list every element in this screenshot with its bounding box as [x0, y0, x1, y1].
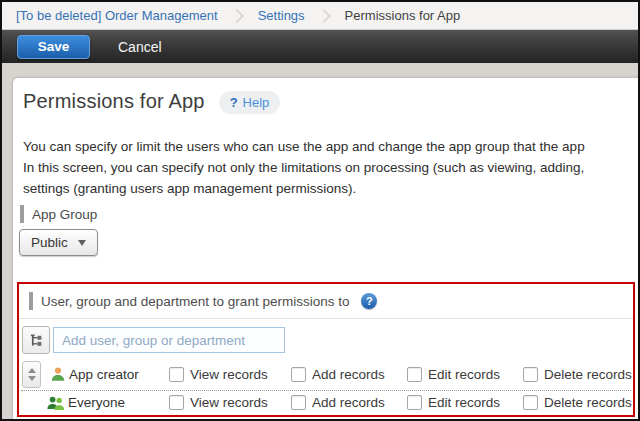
help-link[interactable]: ? Help	[219, 91, 281, 114]
app-group-selected-value: Public	[31, 235, 68, 250]
user-icon	[50, 366, 66, 382]
help-icon[interactable]: ?	[361, 293, 377, 309]
arrow-up-icon	[28, 368, 36, 373]
checkbox-box[interactable]	[407, 395, 422, 410]
app-group-label-text: App Group	[32, 207, 97, 222]
arrow-down-icon	[28, 376, 36, 381]
org-tree-icon	[29, 333, 44, 348]
title-row: Permissions for App ? Help	[23, 88, 280, 114]
checkbox-box[interactable]	[291, 367, 306, 382]
checkbox-add-records[interactable]: Add records	[291, 367, 385, 382]
add-entity-input[interactable]	[53, 327, 285, 353]
checkbox-label: Edit records	[428, 395, 500, 410]
breadcrumb-current: Permissions for App	[345, 8, 461, 23]
checkbox-label: View records	[190, 395, 268, 410]
checkbox-box[interactable]	[523, 395, 538, 410]
checkbox-edit-records[interactable]: Edit records	[407, 367, 500, 382]
checkbox-label: Delete records	[544, 367, 632, 382]
description-line: You can specify or limit the users who c…	[23, 136, 640, 157]
app-window: [To be deleted] Order Management Setting…	[0, 0, 640, 421]
help-label: Help	[243, 95, 270, 110]
entity-name: App creator	[69, 367, 139, 382]
checkbox-label: Add records	[312, 367, 385, 382]
chevron-down-icon	[78, 240, 86, 246]
checkbox-box[interactable]	[169, 395, 184, 410]
page-title: Permissions for App	[23, 90, 205, 113]
checkbox-view-records[interactable]: View records	[169, 367, 268, 382]
reorder-handle[interactable]	[22, 361, 41, 388]
question-mark-icon: ?	[230, 95, 238, 110]
breadcrumb-link-app[interactable]: [To be deleted] Order Management	[16, 8, 218, 23]
checkbox-label: Delete records	[544, 395, 632, 410]
permissions-section: User, group and department to grant perm…	[17, 282, 635, 417]
permissions-section-title: User, group and department to grant perm…	[41, 294, 349, 309]
permission-row-everyone: Everyone View records Add records Edit r…	[19, 391, 633, 414]
permission-row-app-creator: App creator View records Add records Edi…	[19, 359, 633, 389]
browse-organization-button[interactable]	[22, 326, 50, 354]
checkbox-view-records[interactable]: View records	[169, 395, 268, 410]
description-line: settings (granting users app management …	[23, 178, 640, 199]
entity-picker-row	[22, 326, 633, 354]
checkbox-label: View records	[190, 367, 268, 382]
checkbox-box[interactable]	[523, 367, 538, 382]
checkbox-box[interactable]	[291, 395, 306, 410]
action-toolbar: Save Cancel	[2, 30, 638, 63]
permissions-section-header: User, group and department to grant perm…	[19, 284, 633, 319]
checkbox-edit-records[interactable]: Edit records	[407, 395, 500, 410]
entity-name: Everyone	[68, 395, 125, 410]
checkbox-box[interactable]	[169, 367, 184, 382]
save-button[interactable]: Save	[17, 35, 90, 59]
checkbox-add-records[interactable]: Add records	[291, 395, 385, 410]
checkbox-delete-records[interactable]: Delete records	[523, 367, 632, 382]
chevron-right-icon	[230, 8, 244, 22]
group-icon	[47, 395, 65, 411]
section-bar	[20, 205, 24, 223]
checkbox-box[interactable]	[407, 367, 422, 382]
page-description: You can specify or limit the users who c…	[23, 136, 640, 199]
app-group-dropdown[interactable]: Public	[19, 229, 98, 256]
chevron-right-icon	[317, 8, 331, 22]
cancel-button[interactable]: Cancel	[118, 39, 162, 55]
description-line: In this screen, you can specify not only…	[23, 157, 640, 178]
checkbox-label: Add records	[312, 395, 385, 410]
breadcrumb-link-settings[interactable]: Settings	[258, 8, 305, 23]
app-group-label: App Group	[20, 205, 97, 223]
content-panel: Permissions for App ? Help You can speci…	[12, 77, 640, 421]
checkbox-label: Edit records	[428, 367, 500, 382]
breadcrumb: [To be deleted] Order Management Setting…	[2, 2, 638, 30]
checkbox-delete-records[interactable]: Delete records	[523, 395, 632, 410]
section-bar	[29, 292, 33, 310]
